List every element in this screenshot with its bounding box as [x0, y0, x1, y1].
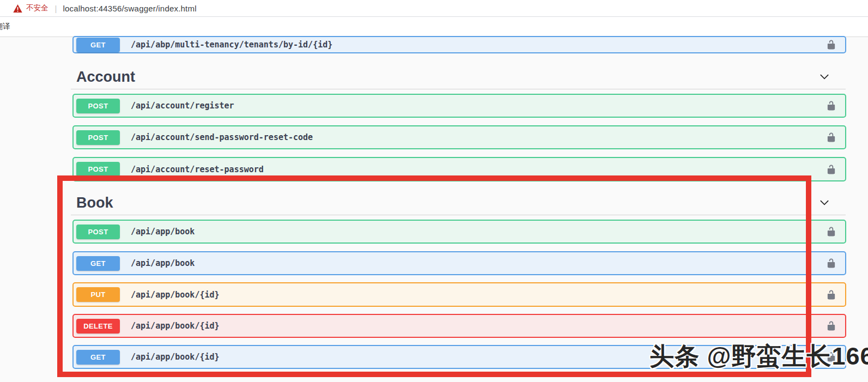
endpoint-row-book-post[interactable]: POST /api/app/book — [72, 220, 846, 244]
endpoint-path: /api/abp/multi-tenancy/tenants/by-id/{id… — [131, 40, 332, 50]
section-title: Account — [71, 65, 846, 86]
unlocked-padlock-icon[interactable] — [826, 227, 836, 237]
unlocked-padlock-icon[interactable] — [826, 132, 836, 143]
endpoint-row-book-get-by-id[interactable]: GET /api/app/book/{id} — [72, 345, 846, 369]
security-status-label[interactable]: 不安全 — [26, 3, 48, 13]
unlocked-padlock-icon[interactable] — [826, 101, 836, 111]
method-badge: GET — [76, 38, 120, 52]
translate-bar: 翻译 — [0, 17, 868, 37]
unlocked-padlock-icon[interactable] — [826, 40, 836, 50]
chevron-down-icon[interactable] — [818, 71, 830, 85]
method-badge: GET — [76, 350, 120, 365]
url-text[interactable]: localhost:44356/swagger/index.html — [63, 4, 196, 13]
translate-label[interactable]: 翻译 — [0, 22, 10, 32]
endpoint-path: /api/app/book/{id} — [131, 290, 220, 300]
endpoint-path: /api/app/book — [131, 227, 195, 237]
unlocked-padlock-icon[interactable] — [826, 258, 836, 269]
endpoint-path: /api/account/register — [131, 101, 234, 111]
endpoint-path: /api/app/book/{id} — [131, 321, 220, 331]
method-badge: POST — [76, 130, 120, 145]
endpoint-path: /api/account/send-password-reset-code — [131, 132, 313, 142]
chevron-down-icon[interactable] — [818, 197, 830, 211]
endpoint-path: /api/app/book/{id} — [131, 352, 220, 362]
endpoint-row-book-get[interactable]: GET /api/app/book — [72, 251, 846, 275]
endpoint-path: /api/app/book — [131, 258, 195, 268]
warning-triangle-icon[interactable] — [13, 4, 22, 13]
method-badge: POST — [76, 99, 120, 113]
endpoint-row-book-put[interactable]: PUT /api/app/book/{id} — [72, 282, 846, 307]
unlocked-padlock-icon[interactable] — [826, 352, 836, 362]
method-badge: PUT — [76, 287, 120, 302]
browser-address-bar[interactable]: 不安全 | localhost:44356/swagger/index.html — [0, 0, 868, 17]
endpoint-row-book-delete[interactable]: DELETE /api/app/book/{id} — [72, 314, 846, 338]
method-badge: GET — [76, 256, 120, 271]
endpoint-path: /api/account/reset-password — [131, 165, 264, 174]
unlocked-padlock-icon[interactable] — [826, 164, 836, 174]
method-badge: POST — [76, 225, 120, 239]
endpoint-row-send-password-reset-code[interactable]: POST /api/account/send-password-reset-co… — [72, 125, 846, 149]
unlocked-padlock-icon[interactable] — [826, 321, 836, 331]
swagger-content: GET /api/abp/multi-tenancy/tenants/by-id… — [0, 37, 868, 382]
endpoint-row-reset-password[interactable]: POST /api/account/reset-password — [72, 157, 846, 181]
endpoint-row-tenants-by-id[interactable]: GET /api/abp/multi-tenancy/tenants/by-id… — [72, 36, 846, 53]
address-bar-separator: | — [55, 4, 57, 13]
method-badge: POST — [76, 162, 120, 177]
section-header-account[interactable]: Account — [71, 65, 846, 89]
endpoint-row-register[interactable]: POST /api/account/register — [72, 94, 846, 118]
section-title: Book — [71, 191, 846, 211]
method-badge: DELETE — [76, 319, 120, 334]
unlocked-padlock-icon[interactable] — [826, 289, 836, 300]
section-header-book[interactable]: Book — [71, 191, 846, 215]
